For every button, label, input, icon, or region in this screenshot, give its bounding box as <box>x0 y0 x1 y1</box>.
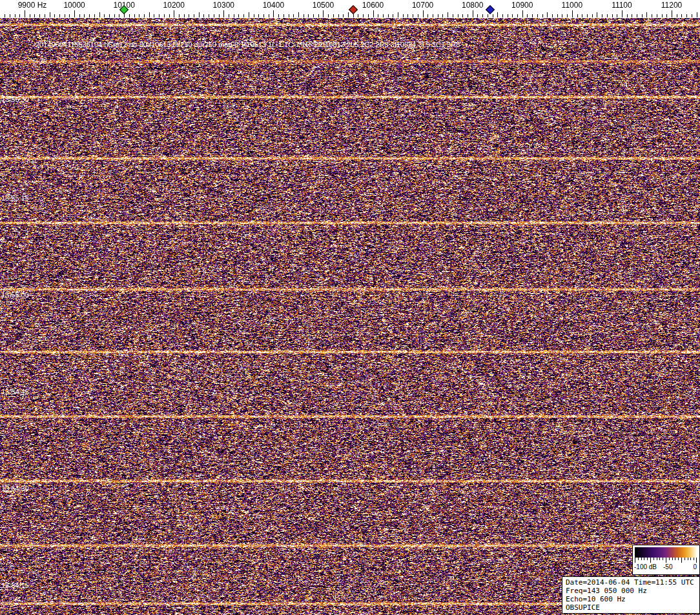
legend-label-mid: -50 <box>663 563 672 570</box>
freq-tick-label: 11000 <box>562 1 582 10</box>
freq-tick-label: 10500 <box>313 1 334 10</box>
info-echo: Echo=10 600 Hz <box>566 595 696 603</box>
observation-info-box: Date=2014-06-04 Time=11:55 UTC Freq=143 … <box>562 576 700 614</box>
freq-tick-label: 10300 <box>213 1 234 10</box>
freq-tick-label: 10000 <box>63 1 85 10</box>
freq-tick-label: 10200 <box>163 1 185 10</box>
freq-tick-label: 10600 <box>362 1 384 10</box>
freq-tick-label: 10700 <box>412 1 433 10</box>
freq-tick-label: 9900 Hz <box>18 1 47 10</box>
time-label: 13:55:30 <box>1 96 29 103</box>
time-label: 13:54:15 <box>1 581 29 589</box>
info-date-time: Date=2014-06-04 Time=11:55 UTC <box>566 578 696 587</box>
info-station: OBSUPICE <box>566 603 696 612</box>
time-label: 13:55:00 <box>1 291 29 299</box>
time-label: 13:55:15 <box>1 194 29 202</box>
color-scale-gradient <box>635 547 697 563</box>
detection-annotation: 20140604115536104 hCnt12 nb-80 f10613 hi… <box>36 41 460 48</box>
spectrogram-canvas <box>0 18 700 615</box>
freq-tick-label: 10900 <box>511 1 533 10</box>
freq-tick-label: 11100 <box>612 1 632 10</box>
time-label: 13:54:45 <box>1 388 29 396</box>
freq-tick-label: 11200 <box>661 1 682 10</box>
legend-label-max: 0 <box>693 563 697 570</box>
freq-tick-label: 10400 <box>263 1 284 10</box>
color-scale-labels: -100 dB -50 0 <box>633 563 699 573</box>
time-offset-annotation: ^t+36 <box>30 57 47 65</box>
info-frequency: Freq=143 050 000 Hz <box>566 587 696 595</box>
time-label: 13:54:30 <box>1 485 29 492</box>
legend-label-min: -100 dB <box>634 563 657 570</box>
freq-tick-label: 10800 <box>462 1 483 10</box>
frequency-axis: 9900 Hz100001010010200103001040010500106… <box>0 0 700 18</box>
color-scale-legend: -100 dB -50 0 <box>632 545 700 575</box>
spectrogram-app: 9900 Hz100001010010200103001040010500106… <box>0 0 700 615</box>
